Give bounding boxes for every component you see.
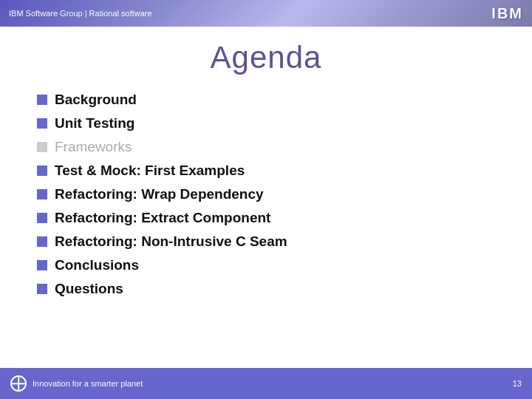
main-content: Agenda BackgroundUnit TestingFrameworksT… — [0, 27, 532, 368]
bullet-icon — [37, 189, 47, 200]
agenda-item-label: Questions — [55, 281, 123, 297]
agenda-item: Refactoring: Extract Component — [37, 210, 510, 226]
bullet-icon — [37, 95, 47, 105]
bullet-icon — [37, 142, 47, 152]
globe-icon — [10, 375, 27, 392]
agenda-item-label: Frameworks — [55, 139, 132, 155]
header-logo-left: IBM Software Group | Rational software — [9, 9, 152, 18]
header-title: IBM Software Group | Rational software — [9, 9, 152, 18]
agenda-item: Refactoring: Wrap Dependency — [37, 186, 510, 202]
agenda-item-label: Test & Mock: First Examples — [55, 163, 245, 179]
agenda-item-label: Refactoring: Non-Intrusive C Seam — [55, 233, 287, 250]
agenda-item: Questions — [37, 281, 510, 297]
footer-page-number: 13 — [513, 379, 522, 388]
agenda-list: BackgroundUnit TestingFrameworksTest & M… — [22, 92, 510, 304]
agenda-item: Unit Testing — [37, 115, 510, 132]
slide-title: Agenda — [211, 40, 322, 75]
footer: Innovation for a smarter planet 13 — [0, 368, 532, 399]
bullet-icon — [37, 284, 47, 294]
footer-tagline: Innovation for a smarter planet — [33, 379, 143, 388]
footer-logo: Innovation for a smarter planet — [10, 375, 143, 392]
agenda-item-label: Unit Testing — [55, 115, 134, 132]
agenda-item: Conclusions — [37, 257, 510, 273]
agenda-item: Refactoring: Non-Intrusive C Seam — [37, 233, 510, 250]
bullet-icon — [37, 166, 47, 176]
agenda-item-label: Background — [55, 92, 137, 108]
agenda-item-label: Refactoring: Extract Component — [55, 210, 270, 226]
agenda-item-label: Conclusions — [55, 257, 139, 273]
agenda-item: Frameworks — [37, 139, 510, 155]
agenda-item-label: Refactoring: Wrap Dependency — [55, 186, 264, 202]
bullet-icon — [37, 236, 47, 247]
ibm-logo-text: IBM — [491, 5, 523, 22]
agenda-item: Test & Mock: First Examples — [37, 163, 510, 179]
bullet-icon — [37, 260, 47, 270]
bullet-icon — [37, 213, 47, 223]
agenda-item: Background — [37, 92, 510, 108]
bullet-icon — [37, 118, 47, 129]
header-ibm-logo: IBM — [491, 5, 523, 22]
header-bar: IBM Software Group | Rational software I… — [0, 0, 532, 27]
